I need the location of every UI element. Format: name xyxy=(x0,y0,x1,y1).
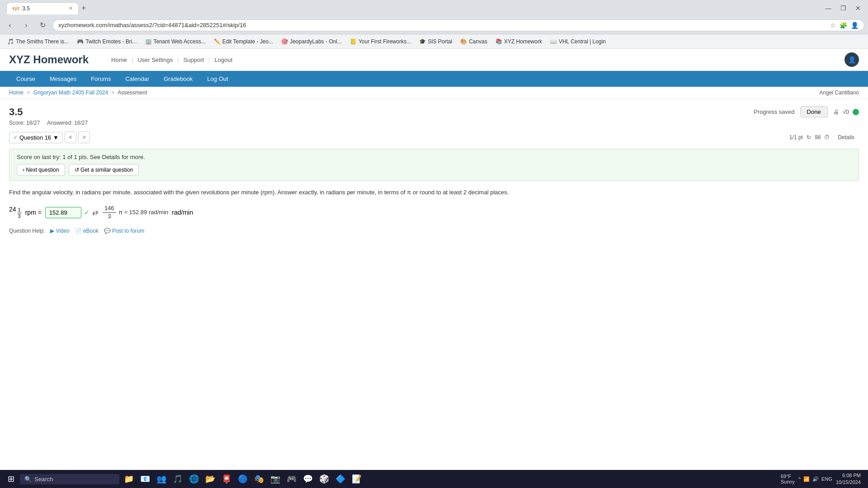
bookmark-vhl[interactable]: 📖 VHL Central | Login xyxy=(547,37,609,46)
minimize-button[interactable]: — xyxy=(821,4,835,13)
score-details: Score: 16/27 Answered: 16/27 xyxy=(9,120,88,126)
bookmark-label-smiths: The Smiths There is... xyxy=(16,38,69,45)
nav-logout[interactable]: Logout xyxy=(210,56,237,63)
next-question-button[interactable]: > xyxy=(78,131,90,143)
question-label: Question 16 xyxy=(19,134,51,141)
nav-course[interactable]: Course xyxy=(9,71,42,87)
extensions-icon[interactable]: 🧩 xyxy=(840,22,847,29)
bookmark-favicon-twitch: 🎮 xyxy=(77,38,84,45)
nav-support[interactable]: Support xyxy=(179,56,209,63)
prev-question-button[interactable]: < xyxy=(65,131,76,143)
restore-button[interactable]: ❐ xyxy=(837,4,850,13)
similar-question-button[interactable]: ↺ Get a similar question xyxy=(69,164,139,176)
bookmark-label-canvas: Canvas xyxy=(469,38,487,45)
bookmark-canvas[interactable]: 🎨 Canvas xyxy=(457,37,491,46)
video-link[interactable]: ▶ Video xyxy=(50,228,69,234)
clock-icon: ⏱ xyxy=(824,134,830,141)
score-label: Score: xyxy=(9,120,25,126)
profile-icon[interactable]: 👤 xyxy=(851,22,859,29)
refresh-button[interactable]: ↻ xyxy=(36,19,49,32)
ebook-link[interactable]: 📄 eBook xyxy=(75,228,99,234)
close-button[interactable]: ✕ xyxy=(852,4,864,13)
bookmark-favicon-fireworks: 📒 xyxy=(350,38,357,45)
bookmark-favicon-vhl: 📖 xyxy=(550,38,557,45)
bookmark-label-jeopardy: JeopardyLabs - Onl... xyxy=(290,38,342,45)
nav-gradebook[interactable]: Gradebook xyxy=(156,71,200,87)
score-banner-text: Score on last try: 1 of 1 pts. See Detai… xyxy=(17,154,851,160)
page-wrapper: XYZ Homework Home | User Settings | Supp… xyxy=(0,49,868,470)
problem-input-row: 24 1 3 rpm = ✓ ⇄ 146 3 π ≈ 152.89 rad/mi… xyxy=(9,205,859,221)
bookmark-twitch[interactable]: 🎮 Twitch Emotes - Bri... xyxy=(73,37,140,46)
video-icon: ▶ xyxy=(50,228,54,234)
answer-input[interactable] xyxy=(45,207,81,218)
breadcrumb: Home > Grigoryan Math 2405 Fall 2024 > A… xyxy=(0,87,868,99)
tab-close-button[interactable]: ✕ xyxy=(69,5,73,11)
bookmarks-bar: 🎵 The Smiths There is... 🎮 Twitch Emotes… xyxy=(0,34,868,49)
score-header: 3.5 Score: 16/27 Answered: 16/27 Progres… xyxy=(9,106,859,126)
bookmark-tenant[interactable]: 🏢 Tenant Web Access... xyxy=(142,37,209,46)
question-selector: ✓ Question 16 ▼ < > xyxy=(9,131,90,143)
site-logo[interactable]: XYZ Homework xyxy=(9,53,89,66)
nav-user-settings[interactable]: User Settings xyxy=(133,56,177,63)
frac-numerator: 1 xyxy=(17,207,22,213)
score-banner: Score on last try: 1 of 1 pts. See Detai… xyxy=(9,149,859,181)
breadcrumb-user: Angel Cantillano xyxy=(820,89,859,96)
new-tab-button[interactable]: + xyxy=(79,4,89,13)
units-label: rad/min xyxy=(172,209,193,216)
bookmark-label-twitch: Twitch Emotes - Bri... xyxy=(85,38,137,45)
url-text: xyzhomework.com/imathas/assess2/?cid=448… xyxy=(58,22,828,28)
nav-messages[interactable]: Messages xyxy=(42,71,84,87)
done-button[interactable]: Done xyxy=(800,106,828,117)
bookmark-label-tenant: Tenant Web Access... xyxy=(154,38,206,45)
user-avatar[interactable]: 👤 xyxy=(844,52,859,67)
tab-title: 3.5 xyxy=(22,5,30,12)
score-value: 16/27 xyxy=(26,120,40,126)
bookmark-label-xyz: XYZ Homework xyxy=(504,38,542,45)
bookmark-smiths[interactable]: 🎵 The Smiths There is... xyxy=(4,37,72,46)
browser-chrome: xyz 3.5 ✕ + — ❐ ✕ xyxy=(0,0,868,16)
bookmark-favicon-sis: 🎓 xyxy=(419,38,426,45)
breadcrumb-course[interactable]: Grigoryan Math 2405 Fall 2024 xyxy=(33,89,108,96)
nav-home[interactable]: Home xyxy=(107,56,132,63)
answer-input-container: ✓ xyxy=(45,207,81,218)
forum-link[interactable]: 💬 Post to forum xyxy=(104,228,144,234)
problem-text: Find the angular velocity, in radians pe… xyxy=(9,188,859,197)
nav-calendar[interactable]: Calendar xyxy=(118,71,156,87)
tab-favicon: xyz xyxy=(12,6,19,11)
nav-forums[interactable]: Forums xyxy=(84,71,118,87)
nav-log-out[interactable]: Log Out xyxy=(200,71,235,87)
score-actions: Progress saved Done 🖨 √0 xyxy=(754,106,859,117)
bookmark-sis[interactable]: 🎓 SIS Portal xyxy=(415,37,456,46)
forward-button[interactable]: › xyxy=(20,19,33,32)
forum-icon: 💬 xyxy=(104,228,111,234)
formula-text: π ≈ 152.89 rad/min xyxy=(118,209,168,216)
secondary-nav: Course Messages Forums Calendar Gradeboo… xyxy=(0,71,868,87)
mixed-whole: 24 xyxy=(9,206,16,213)
active-tab[interactable]: xyz 3.5 ✕ xyxy=(6,2,79,14)
question-select-dropdown[interactable]: ✓ Question 16 ▼ xyxy=(9,132,63,143)
breadcrumb-sep-2: > xyxy=(112,89,115,96)
breadcrumb-home[interactable]: Home xyxy=(9,89,24,96)
sync-icon[interactable]: ⇄ xyxy=(92,208,98,217)
back-button[interactable]: ‹ xyxy=(4,19,16,32)
bookmark-star-icon[interactable]: ☆ xyxy=(830,22,836,29)
bookmark-jeopardy[interactable]: 🎯 JeopardyLabs - Onl... xyxy=(278,37,345,46)
next-question-button[interactable]: › Next question xyxy=(17,164,65,176)
breadcrumb-sep-1: > xyxy=(27,89,30,96)
print-icon[interactable]: 🖨 xyxy=(833,108,839,115)
score-icons: 🖨 √0 xyxy=(833,108,859,115)
address-bar[interactable]: xyzhomework.com/imathas/assess2/?cid=448… xyxy=(52,19,864,31)
help-links: Question Help: ▶ Video 📄 eBook 💬 Post to… xyxy=(9,228,859,234)
attempts-icon: ↻ xyxy=(807,134,811,141)
assessment-section-title: 3.5 xyxy=(9,106,88,118)
bookmark-xyz[interactable]: 📚 XYZ Homework xyxy=(492,37,546,46)
problem-rpm-label: rpm xyxy=(263,189,273,196)
address-bar-row: ‹ › ↻ xyzhomework.com/imathas/assess2/?c… xyxy=(0,16,868,34)
attempts-count: 98 xyxy=(815,134,821,141)
main-content: 3.5 Score: 16/27 Answered: 16/27 Progres… xyxy=(0,99,868,241)
bookmark-fireworks[interactable]: 📒 Your First Fireworks... xyxy=(346,37,415,46)
problem-line2: ). Answer exactly, in radians per minute… xyxy=(273,189,509,196)
breadcrumb-current: Assessment xyxy=(118,89,147,96)
bookmark-edit-template[interactable]: ✏️ Edit Template - Jeo... xyxy=(210,37,277,46)
details-link[interactable]: Details xyxy=(833,134,859,141)
